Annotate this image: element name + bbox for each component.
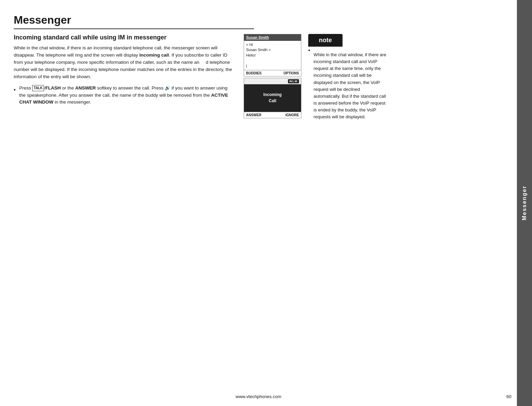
title-divider [14, 28, 254, 29]
note-box: note • While in the chat window, if ther… [308, 34, 387, 120]
talk-key: TALK [32, 85, 44, 91]
side-tab-label: Messenger [521, 186, 528, 220]
call-screen-footer: ANSWER IGNORE [244, 112, 301, 118]
incoming-call-text: Incoming Call [263, 92, 281, 104]
chat-cursor: | [246, 63, 299, 69]
call-line2: Call [263, 98, 281, 104]
note-bullet: • While in the chat window, if there are… [308, 47, 387, 120]
content-row: Incoming standard call while using IM in… [14, 34, 507, 120]
chat-line2: Susan Smith > [246, 47, 299, 52]
left-column: Incoming standard call while using IM in… [14, 34, 233, 120]
footer-url: www.vtechphones.com [236, 394, 281, 399]
call-screen: WLM Incoming Call ANSWER IGNORE [244, 78, 301, 118]
chat-footer-right: OPTIONS [284, 71, 299, 75]
call-screen-header: WLM [244, 78, 301, 84]
answer-softkey[interactable]: ANSWER [246, 113, 261, 117]
side-tab: Messenger [517, 0, 532, 406]
phone-screens: Susan Smith > Hi Susan Smith > Hello! | … [244, 34, 301, 118]
page-number: 60 [507, 394, 511, 399]
call-screen-body: Incoming Call [244, 84, 301, 112]
bullet-text: Press TALK/FLASH or the ANSWER softkey t… [19, 85, 233, 106]
chat-footer-left: BUDDIES [246, 71, 262, 75]
chat-footer: BUDDIES OPTIONS [244, 70, 301, 76]
bullet-dot: • [14, 86, 16, 94]
chat-line3: Hello! [246, 53, 299, 58]
note-header: note [308, 34, 343, 47]
page-footer: www.vtechphones.com [0, 394, 517, 399]
chat-header: Susan Smith [244, 34, 301, 41]
speaker-icon [165, 85, 170, 91]
wlm-badge: WLM [288, 79, 299, 83]
note-content: While in the chat window, if there are i… [312, 51, 387, 120]
chat-screen: Susan Smith > Hi Susan Smith > Hello! | … [244, 34, 301, 76]
bullet-item: • Press TALK/FLASH or the ANSWER softkey… [14, 85, 233, 106]
main-content: Messenger Incoming standard call while u… [0, 0, 517, 406]
right-area: Susan Smith > Hi Susan Smith > Hello! | … [244, 34, 507, 120]
note-bullet-dot: • [308, 47, 310, 53]
section-title: Incoming standard call while using IM in… [14, 34, 233, 41]
chat-line1: > Hi [246, 42, 299, 47]
call-line1: Incoming [263, 92, 281, 98]
bullet-list: • Press TALK/FLASH or the ANSWER softkey… [14, 85, 233, 106]
chat-body: > Hi Susan Smith > Hello! | [244, 41, 301, 70]
page-title: Messenger [14, 14, 507, 26]
ignore-softkey[interactable]: IGNORE [286, 113, 299, 117]
body-paragraph: While in the chat window, if there is an… [14, 45, 233, 81]
